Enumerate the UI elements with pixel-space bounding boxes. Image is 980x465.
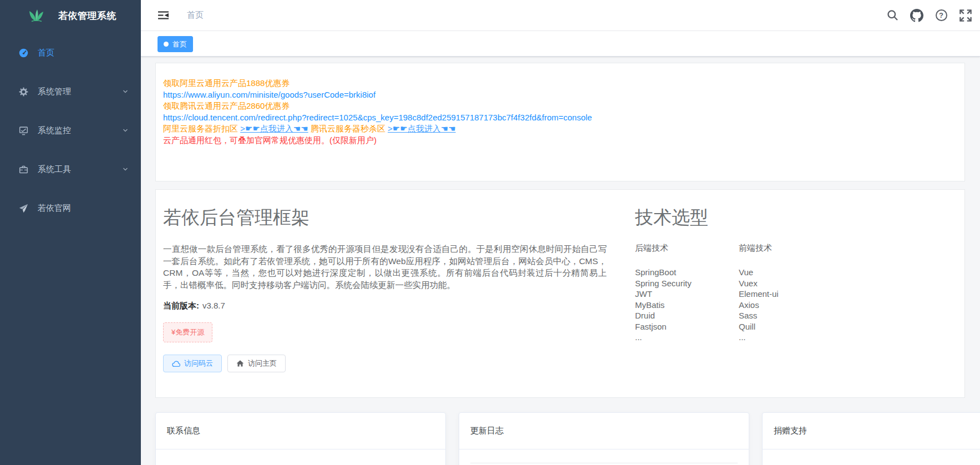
list-item: Vue — [739, 267, 842, 278]
gear-icon — [18, 87, 28, 97]
bottom-cards-row: 联系信息 更新日志 捐赠支持 — [155, 412, 965, 465]
dashboard-icon — [18, 48, 28, 58]
list-item: ... — [635, 332, 739, 343]
frontend-tech-title: 前端技术 — [739, 243, 842, 254]
sidebar-item-system-monitor[interactable]: 系统监控 — [0, 115, 141, 146]
backend-tech-list: 后端技术 SpringBoot Spring Security JWT MyBa… — [635, 243, 739, 343]
list-item: Druid — [635, 310, 739, 321]
sidebar-item-label: 首页 — [38, 48, 129, 58]
aliyun-zone-enter-link[interactable]: >☛☛点我进入☚☚ — [240, 124, 308, 133]
sidebar-item-label: 系统管理 — [38, 87, 122, 97]
paper-plane-icon — [18, 204, 28, 213]
sidebar-item-home[interactable]: 首页 — [0, 37, 141, 68]
toolbox-icon — [18, 165, 28, 174]
list-item: Quill — [739, 321, 842, 332]
page-content: 领取阿里云通用云产品1888优惠券 https://www.aliyun.com… — [141, 57, 980, 465]
promo-notice-panel: 领取阿里云通用云产品1888优惠券 https://www.aliyun.com… — [155, 63, 965, 181]
intro-buttons: 访问码云 访问主页 — [163, 355, 627, 372]
redpack-note: 云产品通用红包，可叠加官网常规优惠使用。(仅限新用户) — [163, 135, 953, 146]
question-mark-icon: ? — [936, 9, 947, 21]
monitor-icon — [18, 126, 28, 135]
sidebar: 若依管理系统 首页 — [0, 0, 141, 465]
visit-gitee-button[interactable]: 访问码云 — [163, 355, 222, 372]
list-item: ... — [739, 332, 842, 343]
list-item: MyBatis — [635, 300, 739, 311]
visit-homepage-button[interactable]: 访问主页 — [227, 355, 286, 372]
chevron-down-icon — [122, 88, 129, 95]
list-item: Fastjson — [635, 321, 739, 332]
main-area: 首页 ? — [141, 0, 980, 465]
version-line: 当前版本:v3.8.7 — [163, 301, 627, 311]
tab-home[interactable]: 首页 — [158, 36, 193, 52]
search-icon[interactable] — [886, 9, 899, 22]
list-item: Sass — [739, 310, 842, 321]
sidebar-collapse-icon[interactable] — [158, 11, 169, 20]
server-zone-line: 阿里云服务器折扣区 >☛☛点我进入☚☚ 腾讯云服务器秒杀区 >☛☛点我进入☚☚ — [163, 123, 953, 135]
sidebar-item-ruoyi-website[interactable]: 若依官网 — [0, 193, 141, 224]
tencent-coupon-title: 领取腾讯云通用云产品2860优惠券 — [163, 100, 953, 112]
sidebar-item-label: 系统监控 — [38, 125, 122, 136]
intro-panel: 若依后台管理框架 一直想做一款后台管理系统，看了很多优秀的开源项目但是发现没有合… — [155, 189, 965, 398]
app-title: 若依管理系统 — [58, 9, 116, 22]
cloud-icon — [172, 360, 180, 367]
intro-paragraph: 一直想做一款后台管理系统，看了很多优秀的开源项目但是发现没有合适自己的。于是利用… — [163, 243, 607, 291]
github-icon[interactable] — [910, 9, 923, 22]
backend-tech-items: SpringBoot Spring Security JWT MyBatis D… — [635, 267, 739, 343]
tags-view-bar: 首页 — [141, 31, 980, 57]
visit-gitee-label: 访问码云 — [184, 358, 213, 368]
frontend-tech-list: 前端技术 Vue Vuex Element-ui Axios Sass Quil… — [739, 243, 842, 343]
card-title: 更新日志 — [459, 413, 749, 449]
tab-label: 首页 — [172, 39, 187, 49]
version-label: 当前版本: — [163, 301, 199, 310]
app-logo: 若依管理系统 — [0, 0, 141, 31]
tech-stack-title: 技术选型 — [635, 206, 842, 229]
sidebar-item-label: 若依官网 — [38, 203, 129, 214]
tencent-zone-enter-link[interactable]: >☛☛点我进入☚☚ — [388, 124, 456, 133]
home-icon — [236, 360, 244, 367]
card-body — [459, 463, 749, 463]
navbar-actions: ? — [886, 9, 972, 22]
visit-homepage-label: 访问主页 — [248, 358, 277, 368]
free-open-source-tag: ¥免费开源 — [163, 322, 212, 342]
backend-tech-title: 后端技术 — [635, 243, 739, 254]
tech-stack-section: 技术选型 后端技术 SpringBoot Spring Security JWT… — [635, 206, 842, 343]
collapse-item-divider — [470, 463, 738, 463]
sidebar-item-label: 系统工具 — [38, 164, 122, 175]
changelog-card: 更新日志 — [459, 412, 749, 465]
donation-card: 捐赠支持 — [762, 412, 980, 465]
sidebar-item-system-tools[interactable]: 系统工具 — [0, 154, 141, 185]
contact-info-card: 联系信息 — [155, 412, 446, 465]
list-item: Spring Security — [635, 278, 739, 289]
chevron-down-icon — [122, 166, 129, 173]
sidebar-item-system-management[interactable]: 系统管理 — [0, 76, 141, 107]
list-item: Element-ui — [739, 289, 842, 300]
chevron-down-icon — [122, 127, 129, 134]
leaf-logo-icon — [29, 9, 44, 22]
tencent-zone-label: 腾讯云服务器秒杀区 — [311, 124, 385, 133]
list-item: Axios — [739, 300, 842, 311]
frontend-tech-items: Vue Vuex Element-ui Axios Sass Quill ... — [739, 267, 842, 343]
tencent-coupon-link[interactable]: https://cloud.tencent.com/redirect.php?r… — [163, 112, 953, 124]
card-title: 联系信息 — [156, 413, 445, 449]
top-navbar: 首页 ? — [141, 0, 980, 31]
aliyun-zone-label: 阿里云服务器折扣区 — [163, 124, 238, 133]
framework-intro: 若依后台管理框架 一直想做一款后台管理系统，看了很多优秀的开源项目但是发现没有合… — [163, 206, 627, 372]
card-title: 捐赠支持 — [763, 413, 980, 449]
version-value: v3.8.7 — [202, 301, 225, 310]
sidebar-menu: 首页 系统管理 — [0, 31, 141, 224]
aliyun-coupon-title: 领取阿里云通用云产品1888优惠券 — [163, 78, 953, 89]
list-item: JWT — [635, 289, 739, 300]
list-item: SpringBoot — [635, 267, 739, 278]
aliyun-coupon-link[interactable]: https://www.aliyun.com/minisite/goods?us… — [163, 89, 953, 101]
list-item: Vuex — [739, 278, 842, 289]
help-icon[interactable]: ? — [935, 9, 948, 22]
tech-lists: 后端技术 SpringBoot Spring Security JWT MyBa… — [635, 243, 842, 343]
fullscreen-icon[interactable] — [959, 9, 972, 22]
tab-active-dot — [164, 42, 169, 47]
breadcrumb[interactable]: 首页 — [187, 10, 204, 21]
page-title: 若依后台管理框架 — [163, 206, 627, 229]
